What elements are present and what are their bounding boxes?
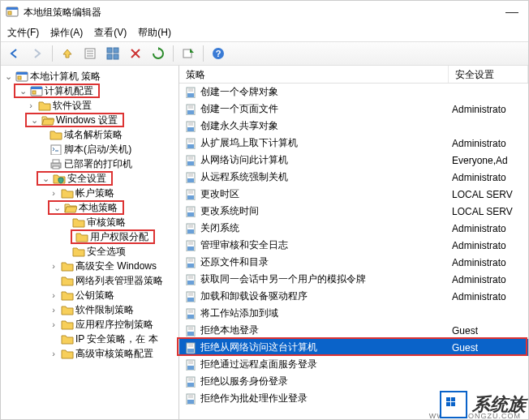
- tree-security-settings[interactable]: ⌄ 安全设置: [2, 171, 177, 186]
- folder-open-icon: [64, 202, 77, 213]
- tree-computer-config[interactable]: ⌄ 计算机配置: [2, 84, 177, 98]
- policy-name: 管理审核和安全日志: [199, 238, 449, 252]
- tree-label: 计算机配置: [45, 84, 93, 98]
- chevron-down-icon[interactable]: ⌄: [40, 174, 51, 184]
- chevron-right-icon[interactable]: ›: [48, 261, 59, 271]
- policy-doc-icon: [184, 121, 199, 132]
- chevron-right-icon[interactable]: ›: [48, 188, 59, 198]
- policy-row[interactable]: 拒绝从网络访问这台计算机Guest: [179, 339, 528, 356]
- policy-doc-icon: [184, 240, 199, 251]
- help-button[interactable]: [208, 44, 229, 63]
- tree-software-settings[interactable]: › 软件设置: [2, 98, 177, 113]
- chevron-right-icon[interactable]: ›: [48, 349, 59, 358]
- policy-row[interactable]: 获取同一会话中另一个用户的模拟令牌Administrato: [179, 271, 528, 288]
- tree-root-node[interactable]: ⌄ 本地计算机 策略: [2, 69, 177, 84]
- chevron-right-icon[interactable]: ›: [48, 319, 59, 329]
- delete-button[interactable]: [125, 44, 146, 63]
- policy-name: 更改系统时间: [199, 204, 449, 218]
- policy-row[interactable]: 从网络访问此计算机Everyone,Ad: [179, 152, 528, 169]
- tree-windows-settings[interactable]: ⌄ Windows 设置: [2, 113, 177, 127]
- tree-user-rights[interactable]: 用户权限分配: [2, 229, 177, 244]
- tree-ip-security[interactable]: IP 安全策略，在 本: [2, 332, 177, 346]
- policy-row[interactable]: 更改时区LOCAL SERV: [179, 186, 528, 203]
- policy-doc-icon: [184, 87, 199, 98]
- folder-icon: [49, 129, 62, 140]
- export-button[interactable]: [178, 44, 199, 63]
- chevron-right-icon[interactable]: ›: [25, 101, 37, 110]
- policy-row[interactable]: 从扩展坞上取下计算机Administrato: [179, 135, 528, 152]
- column-policy[interactable]: 策略: [179, 66, 449, 83]
- policy-name: 拒绝本地登录: [199, 324, 449, 337]
- title-bar: 本地组策略编辑器 —: [1, 1, 528, 24]
- folder-icon: [61, 289, 74, 301]
- menu-view[interactable]: 查看(V): [94, 26, 127, 40]
- list-header[interactable]: 策略 安全设置: [179, 66, 528, 84]
- tree-local-policies[interactable]: ⌄ 本地策略: [2, 200, 177, 215]
- chevron-down-icon[interactable]: ⌄: [2, 71, 14, 82]
- policy-row[interactable]: 拒绝以服务身份登录: [179, 373, 528, 390]
- menu-action[interactable]: 操作(A): [50, 26, 83, 40]
- policy-row[interactable]: 创建一个页面文件Administrato: [179, 101, 528, 118]
- folder-icon: [61, 275, 74, 286]
- properties-button[interactable]: [80, 44, 101, 63]
- policy-setting: LOCAL SERV: [449, 189, 528, 200]
- policy-row[interactable]: 创建一个令牌对象: [179, 84, 528, 101]
- policy-name: 创建永久共享对象: [199, 119, 449, 133]
- view-icons-button[interactable]: [102, 44, 123, 63]
- tree-software-restriction[interactable]: › 软件限制策略: [2, 302, 177, 317]
- policy-row[interactable]: 管理审核和安全日志Administrato: [179, 237, 528, 254]
- tree-label: 高级审核策略配置: [75, 347, 153, 361]
- policy-doc-icon: [184, 155, 199, 166]
- tree-label: 应用程序控制策略: [75, 318, 153, 332]
- tree-name-resolution[interactable]: 域名解析策略: [2, 127, 177, 142]
- chevron-down-icon[interactable]: ⌄: [51, 203, 62, 213]
- folder-open-icon: [41, 114, 54, 126]
- policy-row[interactable]: 拒绝通过远程桌面服务登录: [179, 356, 528, 373]
- minimize-button[interactable]: —: [505, 5, 518, 19]
- up-button[interactable]: [57, 44, 78, 63]
- menu-help[interactable]: 帮助(H): [138, 26, 171, 40]
- policy-row[interactable]: 创建永久共享对象: [179, 118, 528, 135]
- tree-scripts[interactable]: 脚本(启动/关机): [2, 142, 177, 156]
- tree-advanced-audit[interactable]: › 高级审核策略配置: [2, 346, 177, 361]
- policy-list[interactable]: 创建一个令牌对象创建一个页面文件Administrato创建永久共享对象从扩展坞…: [179, 84, 528, 419]
- policy-row[interactable]: 还原文件和目录Administrato: [179, 254, 528, 271]
- tree-account-policies[interactable]: › 帐户策略: [2, 186, 177, 200]
- tree-public-key[interactable]: › 公钥策略: [2, 288, 177, 302]
- tree-advanced-windows[interactable]: › 高级安全 Windows: [2, 259, 177, 273]
- policy-row[interactable]: 更改系统时间LOCAL SERV: [179, 203, 528, 220]
- policy-name: 拒绝作为批处理作业登录: [199, 392, 449, 405]
- back-button[interactable]: [4, 44, 25, 63]
- chevron-down-icon[interactable]: ⌄: [28, 115, 40, 126]
- printer-icon: [49, 158, 62, 169]
- tree-security-options[interactable]: 安全选项: [2, 244, 177, 259]
- policy-doc-icon: [184, 206, 199, 217]
- column-setting[interactable]: 安全设置: [449, 66, 528, 83]
- tree-audit-policy[interactable]: 审核策略: [2, 215, 177, 229]
- refresh-button[interactable]: [148, 44, 169, 63]
- chevron-down-icon[interactable]: ⌄: [17, 86, 28, 96]
- chevron-right-icon[interactable]: ›: [48, 290, 59, 300]
- folder-icon: [61, 348, 74, 359]
- chevron-right-icon[interactable]: ›: [48, 305, 59, 315]
- policy-doc-icon: [184, 342, 199, 354]
- policy-row[interactable]: 加载和卸载设备驱动程序Administrato: [179, 288, 528, 305]
- tree-deployed-printers[interactable]: 已部署的打印机: [2, 156, 177, 171]
- policy-setting: Guest: [449, 342, 528, 354]
- policy-row[interactable]: 关闭系统Administrato: [179, 220, 528, 237]
- policy-name: 获取同一会话中另一个用户的模拟令牌: [199, 272, 449, 286]
- menu-file[interactable]: 文件(F): [7, 26, 39, 40]
- tree-network-list[interactable]: 网络列表管理器策略: [2, 273, 177, 288]
- tree-pane[interactable]: ⌄ 本地计算机 策略 ⌄ 计算机配置 › 软件设置: [1, 66, 179, 419]
- policy-row[interactable]: 从远程系统强制关机Administrato: [179, 169, 528, 186]
- tree-app-control[interactable]: › 应用程序控制策略: [2, 317, 177, 332]
- tree-label: IP 安全策略，在 本: [75, 332, 158, 346]
- tree-label: 安全设置: [67, 172, 106, 186]
- policy-row[interactable]: 拒绝本地登录Guest: [179, 322, 528, 339]
- policy-name: 从扩展坞上取下计算机: [199, 136, 449, 150]
- policy-row[interactable]: 将工作站添加到域: [179, 305, 528, 322]
- tree-label: 软件限制策略: [75, 303, 134, 317]
- policy-name: 关闭系统: [199, 221, 449, 235]
- folder-icon: [72, 216, 85, 228]
- policy-setting: Administrato: [449, 274, 528, 285]
